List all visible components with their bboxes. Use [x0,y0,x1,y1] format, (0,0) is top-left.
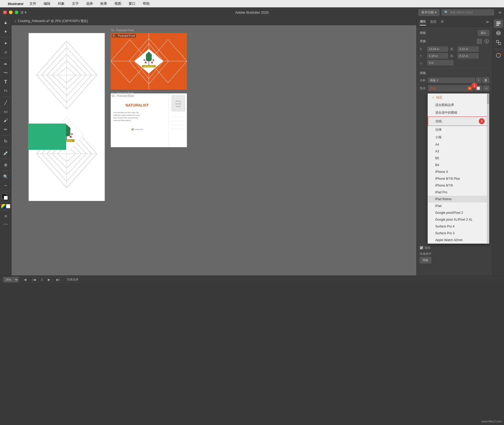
dropdown-item-apple-watch[interactable]: Apple Watch 42mm [428,237,489,243]
dropdown-item-ipad[interactable]: iPad [428,203,489,209]
more-tools[interactable]: • • • [3,223,8,226]
dropdown-item-b5[interactable]: B5 [428,155,489,162]
menu-edit[interactable]: 编辑 [42,1,52,7]
dropdown-scrollbar[interactable] [487,94,489,243]
paintbrush-tool[interactable]: 🖌 [1,116,10,125]
dropdown-item-letter[interactable]: 信纸 2 [428,116,489,126]
scrollbar-thumb[interactable] [487,94,489,104]
properties-panel-button[interactable] [494,19,503,28]
menu-help[interactable]: 帮助 [141,1,151,7]
rectangle-tool[interactable]: ▭ [1,107,10,116]
tab-properties[interactable]: 属性 [420,18,426,25]
menu-window[interactable]: 窗口 [127,1,137,7]
close-button[interactable] [3,10,7,14]
add-artboard-button[interactable]: + [476,77,481,83]
dropdown-item-surface-pro4[interactable]: Surface Pro 4 [428,223,489,230]
dropdown-item-custom[interactable]: ✓ 自定 [428,94,489,101]
color-selector[interactable] [1,193,10,203]
dropdown-item-a4[interactable]: A4 [428,141,489,148]
none-mode[interactable] [6,204,10,208]
last-artboard-button[interactable]: ▶| [55,277,61,282]
tab-close-icon[interactable]: × [15,20,16,23]
landscape-button[interactable]: ▭ [483,86,489,91]
artboard-action-button[interactable]: 画板 [420,257,431,263]
line-tool[interactable]: ╱ [1,98,10,107]
zoom-select[interactable]: 25% 50% 100% [3,277,19,282]
menu-file[interactable]: 文件 [28,1,38,7]
artboard-tool[interactable]: ⊞ [1,212,10,220]
dropdown-item-ipad-pro[interactable]: iPad Pro [428,189,489,196]
y-input[interactable] [427,53,448,59]
curvature-tool[interactable]: 〜 [1,69,10,77]
x-input[interactable] [427,46,448,52]
dropdown-item-iphone-876[interactable]: iPhone 8/7/6 [428,182,489,189]
transform-icon-group [476,38,489,44]
dropdown-item-google-pixel2[interactable]: Google pixel/Pixel 2 [428,209,489,216]
dropdown-item-fit-artwork[interactable]: 适合图稿边界 [428,101,489,109]
search-icon: 🔍 [444,10,448,14]
home-icon[interactable]: ⌂ [16,10,18,15]
menu-object[interactable]: 对象 [56,1,66,7]
menu-text[interactable]: 文字 [70,1,80,7]
tab-library[interactable]: 库 [441,19,444,25]
diamond-pattern-svg: NATURALISTS [29,33,105,201]
exit-button[interactable]: 退出 [478,30,489,36]
menu-effect[interactable]: 效果 [99,1,109,7]
layout-icon[interactable]: ⊞ ▾ [20,10,27,14]
expand-icon[interactable]: ≫ [496,10,504,14]
transform-panel-button[interactable] [494,38,503,47]
rotate-tool[interactable]: ↻ [1,137,10,145]
prev-artboard-button[interactable]: ◀ [23,277,27,282]
direct-selection-tool[interactable]: ♦ [1,27,10,36]
dropdown-item-legal[interactable]: 法律 [428,126,489,134]
selection-tool[interactable]: ▲ [1,18,10,27]
angle-label: △: [420,61,425,65]
hand-tool[interactable]: ↔ [1,181,10,190]
dropdown-item-surface-pro3[interactable]: Surface Pro 3 [428,230,489,237]
svg-marker-73 [496,31,501,34]
postcard-front-svg: NATURALISTS [111,33,187,89]
preset-dropdown-trigger[interactable]: 自定 ▾ [428,85,474,91]
dropdown-item-google-pixel-xl[interactable]: Google pixel XL/Pixel 2 XL [428,216,489,223]
dropdown-item-b4[interactable]: B4 [428,162,489,168]
pencil-tool[interactable]: ✏ [1,125,10,134]
follow-artboard-checkbox[interactable] [420,246,423,249]
artboard-name-row: 名称 + 🗑 [420,77,489,83]
dropdown-item-ipad-retina[interactable]: iPad Retina [428,196,489,203]
dropdown-item-tabloid[interactable]: 小报 [428,134,489,141]
delete-artboard-button[interactable]: 🗑 [482,77,489,83]
pen-tool[interactable]: ✒ [1,60,10,68]
workspace-button[interactable]: 基本功能 ▾ [418,9,439,16]
tab-layers[interactable]: 图层 [430,19,437,25]
status-text: 切换选择 [67,278,78,281]
magic-wand-tool[interactable]: ✦ [1,39,10,47]
dropdown-item-iphone-x[interactable]: iPhone X [428,168,489,175]
h-input[interactable] [458,53,479,59]
search-bar[interactable]: 🔍 搜索 Adobe Stock [442,9,494,15]
color-panel-button[interactable] [494,51,503,60]
layers-panel-button[interactable] [494,29,503,37]
color-mode[interactable] [1,204,6,208]
dropdown-item-a3[interactable]: A3 [428,148,489,155]
canvas-content[interactable]: NATURALISTS 01 - Postcard Front [12,25,416,275]
touch-type-tool[interactable]: T↻ [1,87,10,95]
artboard-name-input[interactable] [428,78,475,83]
angle-input[interactable] [427,60,453,65]
first-artboard-button[interactable]: |◀ [32,277,37,282]
menu-view[interactable]: 视图 [113,1,123,7]
app-title: Adobe Illustrator 2020 [235,10,269,14]
dropdown-item-fit-selection[interactable]: 适合选中的图稿 [428,109,489,116]
minimize-button[interactable] [9,10,13,14]
stroke-color[interactable] [3,195,8,200]
lasso-tool[interactable]: ⌾ [1,48,10,56]
dropdown-item-iphone-876-plus[interactable]: iPhone 8/7/6 Plus [428,175,489,182]
w-input[interactable] [458,46,479,52]
panel-expand-icon[interactable]: ≫ [486,20,489,24]
menu-select[interactable]: 选择 [85,1,94,7]
next-artboard-button[interactable]: ▶ [47,277,51,282]
zoom-tool[interactable]: 🔍 [1,172,10,181]
svg-point-42 [144,59,145,61]
blend-tool[interactable]: ⊗ [1,161,10,169]
eyedropper-tool[interactable]: 💉 [1,149,10,157]
type-tool[interactable]: T [1,78,10,86]
